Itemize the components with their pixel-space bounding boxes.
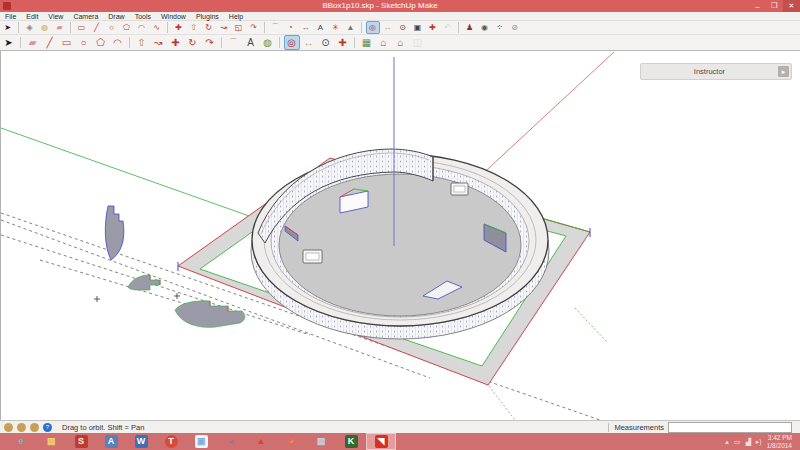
paint-bucket-icon[interactable]: ◍ [260, 35, 276, 50]
tape-measure-icon[interactable]: ⌒ [269, 21, 283, 34]
curved-blade-part[interactable] [105, 206, 124, 260]
menu-edit[interactable]: Edit [21, 12, 43, 21]
polygon-icon[interactable]: ⬠ [93, 35, 109, 50]
flat-arc-part-large[interactable] [175, 301, 245, 328]
taskbar-clock[interactable]: 3:42 PM 1/8/2014 [767, 434, 792, 449]
offset-icon[interactable]: ↷ [202, 35, 218, 50]
taskbar-app-firefox[interactable]: ◕ [276, 433, 306, 450]
taskbar-app-paint[interactable]: ◕ [216, 433, 246, 450]
text-icon[interactable]: A [243, 35, 259, 50]
eraser-icon[interactable]: ▰ [25, 35, 41, 50]
axes-icon[interactable]: ✳ [329, 21, 343, 34]
model-canvas[interactable] [1, 51, 800, 420]
geolocation-icon[interactable] [4, 423, 13, 432]
circle-icon[interactable]: ○ [76, 35, 92, 50]
offset-icon[interactable]: ↷ [247, 21, 261, 34]
green-axis[interactable] [1, 128, 252, 217]
push-pull-icon[interactable]: ⇧ [187, 21, 201, 34]
arc-icon[interactable]: ◠ [110, 35, 126, 50]
dimension-icon[interactable]: ↔ [299, 21, 313, 34]
measurements-input[interactable] [668, 422, 792, 433]
freehand-icon[interactable]: ∿ [150, 21, 164, 34]
zoom-extents-icon[interactable]: ✚ [335, 35, 351, 50]
move-icon[interactable]: ✚ [172, 21, 186, 34]
help-icon[interactable]: ? [43, 423, 52, 432]
menu-camera[interactable]: Camera [68, 12, 103, 21]
menu-help[interactable]: Help [224, 12, 248, 21]
instructor-expand-button[interactable]: ▸ [778, 66, 789, 77]
menu-tools[interactable]: Tools [130, 12, 156, 21]
protractor-icon[interactable]: ◔ [284, 21, 298, 34]
model-viewport[interactable]: Instructor ▸ [0, 51, 800, 420]
orbit-icon[interactable]: ◎ [284, 35, 300, 50]
line-icon[interactable]: ╱ [42, 35, 58, 50]
tray-network-icon[interactable]: ▟ [745, 438, 750, 446]
polygon-icon[interactable]: ⬠ [120, 21, 134, 34]
get-models-icon[interactable]: ⌂ [376, 35, 392, 50]
zoom-icon[interactable]: ⊙ [318, 35, 334, 50]
menu-window[interactable]: Window [156, 12, 191, 21]
wall-window-right[interactable] [451, 183, 468, 195]
scale-icon[interactable]: ◱ [232, 21, 246, 34]
rectangle-icon[interactable]: ▭ [75, 21, 89, 34]
eraser-icon[interactable]: ▰ [53, 21, 67, 34]
floor[interactable] [279, 174, 521, 316]
3d-text-icon[interactable]: ▲ [344, 21, 358, 34]
maximize-button[interactable]: ❒ [766, 0, 783, 12]
flat-arc-part-small[interactable] [128, 275, 160, 290]
make-component-icon[interactable]: ◈ [23, 21, 37, 34]
taskbar-app-app-t[interactable]: T [156, 433, 186, 450]
pan-icon[interactable]: ↔ [301, 35, 317, 50]
select-icon[interactable]: ➤ [1, 21, 15, 34]
zoom-extents-icon[interactable]: ✚ [426, 21, 440, 34]
line-icon[interactable]: ╱ [90, 21, 104, 34]
pan-icon[interactable]: ↔ [381, 21, 395, 34]
menu-draw[interactable]: Draw [103, 12, 129, 21]
paint-bucket-icon[interactable]: ◍ [38, 21, 52, 34]
close-button[interactable]: ✕ [783, 0, 800, 12]
menu-view[interactable]: View [43, 12, 68, 21]
position-camera-icon[interactable]: ♟ [463, 21, 477, 34]
taskbar-app-app-docs[interactable]: ▤ [306, 433, 336, 450]
taskbar-app-app-s[interactable]: S [66, 433, 96, 450]
taskbar-app-adobe-reader[interactable]: ▲ [246, 433, 276, 450]
rectangle-icon[interactable]: ▭ [59, 35, 75, 50]
menu-plugins[interactable]: Plugins [191, 12, 224, 21]
walk-icon[interactable]: ⁘ [493, 21, 507, 34]
credits-icon[interactable] [17, 423, 26, 432]
taskbar-app-app-k[interactable]: K [336, 433, 366, 450]
taskbar-app-internet-explorer[interactable]: e [6, 433, 36, 450]
circle-icon[interactable]: ○ [105, 21, 119, 34]
zoom-window-icon[interactable]: ▣ [411, 21, 425, 34]
tray-volume-icon[interactable]: ▸) [756, 438, 762, 446]
rotate-icon[interactable]: ↻ [185, 35, 201, 50]
push-pull-icon[interactable]: ⇧ [134, 35, 150, 50]
add-location-icon[interactable]: ▦ [359, 35, 375, 50]
wall-window-left[interactable] [303, 250, 322, 263]
tape-measure-icon[interactable]: ⌒ [226, 35, 242, 50]
move-icon[interactable]: ✚ [168, 35, 184, 50]
taskbar-app-photo-viewer[interactable]: ▣ [186, 433, 216, 450]
menu-file[interactable]: File [0, 12, 21, 21]
taskbar-app-app-w[interactable]: W [126, 433, 156, 450]
orbit-icon[interactable]: ◎ [366, 21, 380, 34]
arc-icon[interactable]: ◠ [135, 21, 149, 34]
title-bar[interactable]: BBox1p10.skp - SketchUp Make – ❒ ✕ [0, 0, 800, 12]
taskbar-app-file-explorer[interactable]: ▤ [36, 433, 66, 450]
taskbar-app-sketchup[interactable]: ◥ [366, 433, 396, 450]
zoom-icon[interactable]: ⊙ [396, 21, 410, 34]
share-model-icon[interactable]: ⌂ [393, 35, 409, 50]
select-icon[interactable]: ➤ [1, 35, 17, 50]
follow-me-icon[interactable]: ↝ [151, 35, 167, 50]
look-around-icon[interactable]: ◉ [478, 21, 492, 34]
instructor-panel[interactable]: Instructor ▸ [640, 63, 792, 80]
follow-me-icon[interactable]: ↝ [217, 21, 231, 34]
model-info-icon[interactable] [30, 423, 39, 432]
minimize-button[interactable]: – [749, 0, 766, 12]
rotate-icon[interactable]: ↻ [202, 21, 216, 34]
tray-expand-icon[interactable]: ▴ [725, 438, 729, 446]
taskbar-app-app-a[interactable]: A [96, 433, 126, 450]
text-icon[interactable]: A [314, 21, 328, 34]
section-plane-icon[interactable]: ⊘ [508, 21, 522, 34]
tray-display-icon[interactable]: ▭ [734, 438, 741, 446]
